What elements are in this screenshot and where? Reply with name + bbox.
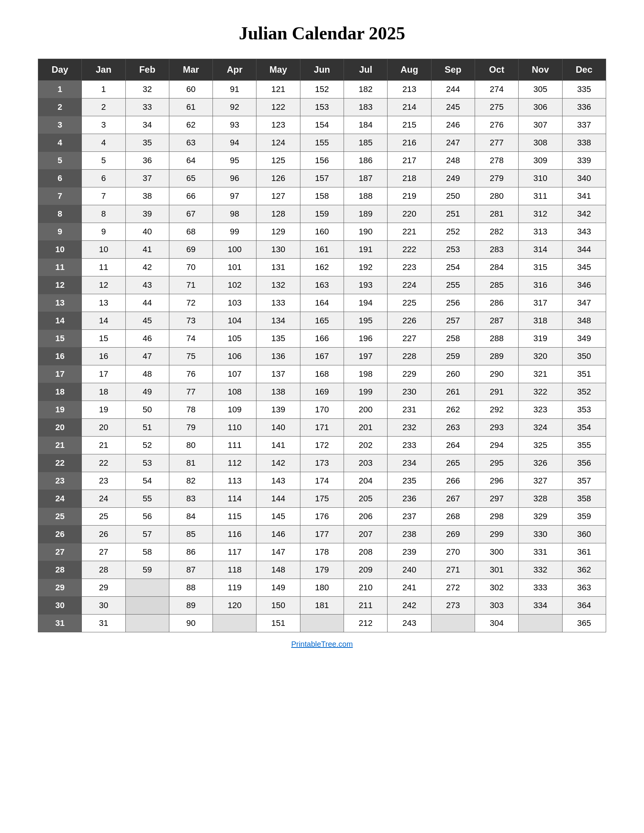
- month-cell-mar: 69: [169, 241, 213, 259]
- column-header-apr: Apr: [213, 59, 256, 80]
- month-cell-jan: 21: [82, 437, 126, 454]
- column-header-jan: Jan: [82, 59, 126, 80]
- month-cell-nov: 309: [518, 152, 562, 170]
- month-cell-feb: 40: [126, 223, 169, 241]
- month-cell-nov: 313: [518, 223, 562, 241]
- month-cell-jun: [300, 614, 344, 632]
- month-cell-feb: 47: [126, 347, 169, 365]
- day-cell: 1: [38, 80, 82, 98]
- month-cell-jan: 20: [82, 419, 126, 437]
- day-cell: 7: [38, 187, 82, 205]
- month-cell-jul: 195: [344, 312, 388, 330]
- footer-link[interactable]: PrintableTree.com: [291, 640, 353, 649]
- month-cell-jun: 153: [300, 98, 344, 116]
- month-cell-may: 124: [256, 134, 300, 152]
- month-cell-apr: 107: [213, 365, 256, 383]
- month-cell-dec: 340: [562, 170, 606, 187]
- month-cell-jul: 184: [344, 116, 388, 134]
- table-row: 17174876107137168198229260290321351: [38, 365, 606, 383]
- table-row: 12124371102132163193224255285316346: [38, 277, 606, 294]
- month-cell-may: 131: [256, 259, 300, 277]
- month-cell-mar: 77: [169, 383, 213, 401]
- month-cell-jun: 166: [300, 330, 344, 347]
- month-cell-may: 150: [256, 597, 300, 614]
- month-cell-sep: 256: [431, 294, 475, 312]
- month-cell-aug: 242: [388, 597, 431, 614]
- day-cell: 14: [38, 312, 82, 330]
- month-cell-aug: 243: [388, 614, 431, 632]
- month-cell-jun: 168: [300, 365, 344, 383]
- month-cell-oct: 274: [475, 80, 518, 98]
- month-cell-feb: 56: [126, 508, 169, 526]
- month-cell-mar: 87: [169, 561, 213, 579]
- month-cell-oct: 275: [475, 98, 518, 116]
- month-cell-oct: 291: [475, 383, 518, 401]
- month-cell-apr: 115: [213, 508, 256, 526]
- month-cell-aug: 214: [388, 98, 431, 116]
- month-cell-dec: 347: [562, 294, 606, 312]
- month-cell-oct: 290: [475, 365, 518, 383]
- month-cell-feb: 51: [126, 419, 169, 437]
- month-cell-may: 126: [256, 170, 300, 187]
- table-row: 22225381112142173203234265295326356: [38, 454, 606, 472]
- month-cell-apr: 113: [213, 472, 256, 490]
- month-cell-sep: 258: [431, 330, 475, 347]
- month-cell-jun: 176: [300, 508, 344, 526]
- month-cell-apr: 116: [213, 526, 256, 544]
- month-cell-aug: 226: [388, 312, 431, 330]
- month-cell-mar: 79: [169, 419, 213, 437]
- month-cell-apr: 92: [213, 98, 256, 116]
- month-cell-jul: 191: [344, 241, 388, 259]
- month-cell-may: 133: [256, 294, 300, 312]
- column-header-day: Day: [38, 59, 82, 80]
- month-cell-jul: 185: [344, 134, 388, 152]
- month-cell-feb: 36: [126, 152, 169, 170]
- month-cell-jul: 209: [344, 561, 388, 579]
- month-cell-may: 132: [256, 277, 300, 294]
- month-cell-jul: 208: [344, 544, 388, 561]
- month-cell-oct: 286: [475, 294, 518, 312]
- month-cell-oct: 277: [475, 134, 518, 152]
- table-row: 77386697127158188219250280311341: [38, 187, 606, 205]
- month-cell-aug: 217: [388, 152, 431, 170]
- month-cell-feb: 41: [126, 241, 169, 259]
- month-cell-apr: 95: [213, 152, 256, 170]
- month-cell-may: 146: [256, 526, 300, 544]
- month-cell-jan: 24: [82, 490, 126, 508]
- month-cell-jul: 196: [344, 330, 388, 347]
- column-header-aug: Aug: [388, 59, 431, 80]
- month-cell-apr: 98: [213, 205, 256, 223]
- month-cell-jan: 2: [82, 98, 126, 116]
- month-cell-feb: 33: [126, 98, 169, 116]
- month-cell-mar: 82: [169, 472, 213, 490]
- month-cell-dec: 359: [562, 508, 606, 526]
- month-cell-mar: 70: [169, 259, 213, 277]
- month-cell-aug: 215: [388, 116, 431, 134]
- month-cell-sep: 263: [431, 419, 475, 437]
- month-cell-oct: 303: [475, 597, 518, 614]
- month-cell-jun: 156: [300, 152, 344, 170]
- day-cell: 28: [38, 561, 82, 579]
- month-cell-jan: 9: [82, 223, 126, 241]
- month-cell-feb: 57: [126, 526, 169, 544]
- month-cell-dec: 363: [562, 579, 606, 597]
- month-cell-dec: 343: [562, 223, 606, 241]
- month-cell-oct: 292: [475, 401, 518, 419]
- month-cell-jun: 175: [300, 490, 344, 508]
- month-cell-may: 149: [256, 579, 300, 597]
- month-cell-feb: 53: [126, 454, 169, 472]
- month-cell-dec: 351: [562, 365, 606, 383]
- month-cell-dec: 350: [562, 347, 606, 365]
- month-cell-nov: 310: [518, 170, 562, 187]
- table-row: 22336192122153183214245275306336: [38, 98, 606, 116]
- month-cell-jun: 159: [300, 205, 344, 223]
- month-cell-sep: 252: [431, 223, 475, 241]
- month-cell-jan: 10: [82, 241, 126, 259]
- month-cell-jul: 182: [344, 80, 388, 98]
- month-cell-jul: 192: [344, 259, 388, 277]
- month-cell-feb: 44: [126, 294, 169, 312]
- month-cell-may: 134: [256, 312, 300, 330]
- month-cell-oct: 284: [475, 259, 518, 277]
- month-cell-jan: 16: [82, 347, 126, 365]
- month-cell-nov: 305: [518, 80, 562, 98]
